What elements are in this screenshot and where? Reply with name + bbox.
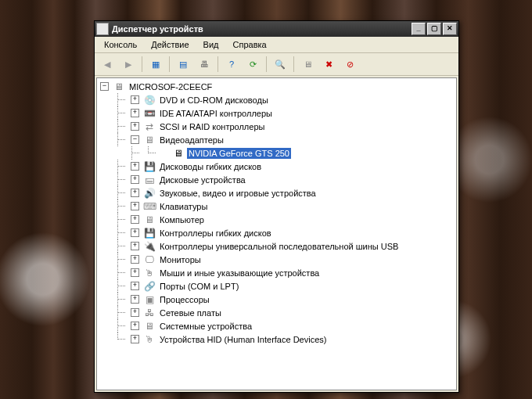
tree-connector: [114, 173, 128, 186]
close-button[interactable]: ✕: [443, 23, 457, 35]
expand-icon[interactable]: +: [131, 122, 139, 131]
tree-category[interactable]: +🖴Дисковые устройства: [114, 173, 456, 186]
tree-device-label: NVIDIA GeForce GTS 250: [187, 148, 291, 159]
toolbar-separator: [142, 56, 142, 72]
expand-icon[interactable]: +: [131, 162, 139, 171]
tree-category[interactable]: +▣Процессоры: [114, 293, 456, 306]
window-title: Диспетчер устройств: [112, 24, 412, 34]
expand-icon[interactable]: +: [131, 215, 139, 224]
tree-category-label: Сетевые платы: [158, 307, 223, 318]
toolbar: ◀ ▶ ▦ ▤ 🖶 ? ⟳ 🔍 🖥 ✖ ⊘: [95, 53, 458, 76]
forward-button[interactable]: ▶: [119, 55, 138, 74]
tree-connector: [114, 106, 128, 120]
device-category-icon: 📼: [143, 107, 156, 120]
update-button[interactable]: ⊘: [340, 55, 359, 74]
tree-category[interactable]: +🖧Сетевые платы: [114, 306, 456, 319]
tree-category[interactable]: +🔊Звуковые, видео и игровые устройства: [114, 186, 456, 200]
uninstall-icon: 🖥: [304, 59, 312, 69]
tree-category[interactable]: +🔌Контроллеры универсальной последовател…: [114, 239, 456, 253]
collapse-icon[interactable]: −: [100, 82, 109, 91]
device-category-icon: 🖴: [143, 174, 156, 186]
tree-connector: [114, 226, 128, 239]
tree-category[interactable]: +💿DVD и CD-ROM дисководы: [114, 93, 456, 106]
menu-view[interactable]: Вид: [197, 38, 225, 51]
device-category-icon: 🖵: [143, 253, 156, 266]
menu-help[interactable]: Справка: [227, 38, 273, 51]
uninstall-button[interactable]: 🖥: [298, 55, 317, 74]
expand-icon[interactable]: +: [131, 268, 139, 277]
expand-icon[interactable]: +: [131, 255, 139, 264]
tree-icon: ▦: [152, 59, 160, 70]
tree-category[interactable]: +⌨Клавиатуры: [114, 200, 456, 213]
refresh-button[interactable]: ⟳: [243, 55, 262, 74]
scan-button[interactable]: 🔍: [271, 55, 289, 74]
tree-connector: [114, 306, 128, 319]
tree-category[interactable]: +🖵Мониторы: [114, 253, 456, 266]
device-tree-pane[interactable]: −🖥MICROSOF-2CEECF+💿DVD и CD-ROM дисковод…: [96, 77, 457, 390]
app-icon: [96, 23, 109, 35]
help-button[interactable]: ?: [222, 55, 241, 74]
expand-icon[interactable]: +: [131, 322, 139, 330]
tree-connector: [114, 332, 128, 346]
tree-category[interactable]: +🖥Компьютер: [114, 213, 456, 226]
tree-category[interactable]: +🖱Мыши и иные указывающие устройства: [114, 266, 456, 279]
tree-category[interactable]: +🖥Системные устройства: [114, 319, 456, 332]
expand-icon[interactable]: +: [131, 202, 139, 210]
tree-connector: [128, 146, 142, 160]
menu-console[interactable]: Консоль: [98, 38, 143, 51]
properties-button[interactable]: ▤: [174, 55, 192, 74]
minimize-button[interactable]: _: [412, 23, 426, 35]
titlebar[interactable]: Диспетчер устройств _ ▢ ✕: [95, 21, 458, 37]
update-icon: ⊘: [347, 59, 354, 70]
expand-icon[interactable]: +: [131, 228, 139, 237]
expand-icon[interactable]: +: [131, 295, 139, 304]
tree-category-label: SCSI и RAID контроллеры: [158, 121, 266, 132]
tree-connector: [114, 239, 128, 253]
device-category-icon: 🖧: [143, 307, 156, 319]
device-category-icon: ⌨: [143, 200, 156, 213]
maximize-button[interactable]: ▢: [427, 23, 441, 35]
device-category-icon: 💾: [143, 227, 156, 239]
tree-category[interactable]: +🔗Порты (COM и LPT): [114, 279, 456, 293]
expand-icon[interactable]: +: [131, 308, 139, 317]
properties-icon: ▤: [179, 59, 187, 70]
tree-category-label: Устройства HID (Human Interface Devices): [158, 334, 328, 345]
disable-button[interactable]: ✖: [319, 55, 338, 74]
tree-category[interactable]: +🖰Устройства HID (Human Interface Device…: [114, 332, 456, 346]
toolbar-separator: [169, 56, 170, 72]
tree-category[interactable]: +💾Контроллеры гибких дисков: [114, 226, 456, 239]
tree-connector: [114, 319, 128, 332]
tree-button[interactable]: ▦: [146, 55, 165, 74]
tree-category[interactable]: +⇄SCSI и RAID контроллеры: [114, 120, 456, 133]
menu-action[interactable]: Действие: [145, 38, 195, 51]
tree-category[interactable]: +📼IDE ATA/ATAPI контроллеры: [114, 106, 456, 120]
tree-leaf-spacer: [161, 149, 168, 156]
back-button[interactable]: ◀: [98, 55, 117, 74]
device-category-icon: 💾: [143, 160, 156, 173]
tree-category-label: IDE ATA/ATAPI контроллеры: [158, 108, 274, 119]
expand-icon[interactable]: +: [131, 282, 139, 290]
device-category-icon: 💿: [143, 94, 156, 106]
scan-icon: 🔍: [275, 59, 286, 70]
tree-category-label: Компьютер: [158, 214, 206, 225]
tree-connector: [114, 160, 128, 173]
tree-connector: [114, 253, 128, 266]
tree-category-label: Системные устройства: [158, 321, 253, 332]
expand-icon[interactable]: +: [131, 175, 139, 184]
print-button[interactable]: 🖶: [195, 55, 214, 74]
desktop-wallpaper: Диспетчер устройств _ ▢ ✕ Консоль Действ…: [0, 0, 532, 399]
device-category-icon: ⇄: [143, 120, 156, 133]
collapse-icon[interactable]: −: [131, 135, 139, 144]
expand-icon[interactable]: +: [131, 335, 139, 343]
tree-device[interactable]: 🖥NVIDIA GeForce GTS 250: [128, 146, 456, 160]
expand-icon[interactable]: +: [131, 189, 139, 197]
tree-root[interactable]: −🖥MICROSOF-2CEECF: [100, 80, 456, 93]
tree-root-label: MICROSOF-2CEECF: [128, 81, 214, 92]
expand-icon[interactable]: +: [131, 242, 139, 250]
tree-category[interactable]: −🖥Видеоадаптеры: [114, 133, 456, 146]
expand-icon[interactable]: +: [131, 95, 139, 104]
tree-category[interactable]: +💾Дисководы гибких дисков: [114, 160, 456, 173]
back-icon: ◀: [104, 59, 110, 70]
expand-icon[interactable]: +: [131, 109, 139, 117]
device-manager-window: Диспетчер устройств _ ▢ ✕ Консоль Действ…: [94, 20, 459, 393]
